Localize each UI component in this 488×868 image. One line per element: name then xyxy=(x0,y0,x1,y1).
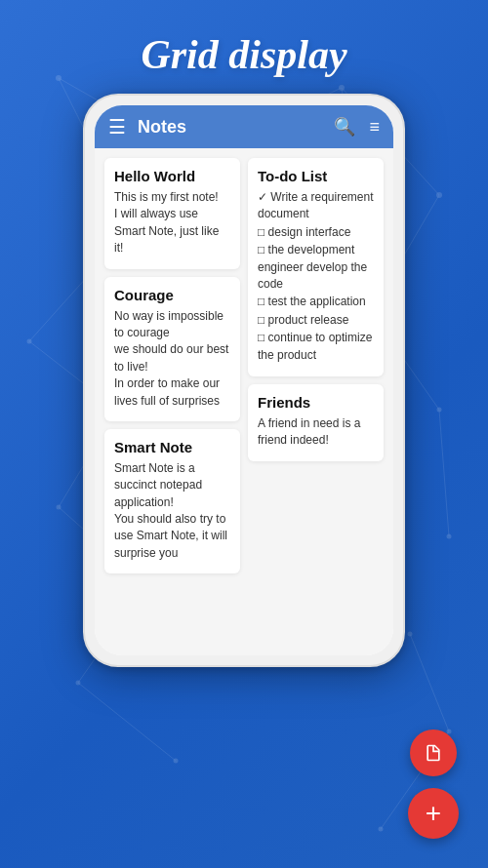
svg-line-13 xyxy=(410,634,449,731)
svg-point-34 xyxy=(379,827,384,832)
note-card-courage[interactable]: Courage No way is impossible to couragew… xyxy=(104,277,240,421)
todo-item: □ continue to optimize the product xyxy=(258,330,374,364)
phone-screen: ☰ Notes 🔍 ≡ Hello World This is my first… xyxy=(95,105,393,655)
document-fab[interactable] xyxy=(410,730,457,776)
note-body: Smart Note is a succinct notepad applica… xyxy=(114,460,230,562)
todo-item: □ product release xyxy=(258,312,374,329)
search-icon[interactable]: 🔍 xyxy=(334,116,355,138)
hamburger-icon[interactable]: ☰ xyxy=(108,115,126,138)
todo-item: □ the development engineer develop the c… xyxy=(258,242,374,293)
todo-item: □ test the application xyxy=(258,294,374,310)
app-bar: ☰ Notes 🔍 ≡ xyxy=(95,105,393,148)
add-icon: + xyxy=(426,800,441,827)
note-title: To-do List xyxy=(258,168,374,184)
todo-item: □ design interface xyxy=(258,224,374,241)
todo-item: ✓ Write a requirement document xyxy=(258,189,374,223)
note-card-friends[interactable]: Friends A friend in need is a friend ind… xyxy=(248,384,384,461)
note-body: This is my first note!I will always use … xyxy=(114,189,230,257)
phone-mockup: ☰ Notes 🔍 ≡ Hello World This is my first… xyxy=(83,94,405,667)
note-card-smart-note[interactable]: Smart Note Smart Note is a succinct note… xyxy=(104,429,240,573)
app-bar-title: Notes xyxy=(138,117,186,138)
svg-point-25 xyxy=(447,534,452,539)
app-bar-left: ☰ Notes xyxy=(108,115,186,138)
notes-grid: Hello World This is my first note!I will… xyxy=(95,148,393,655)
svg-point-24 xyxy=(437,408,442,413)
note-card-todo-list[interactable]: To-do List ✓ Write a requirement documen… xyxy=(248,158,384,376)
fab-container: + xyxy=(408,730,459,839)
note-card-hello-world[interactable]: Hello World This is my first note!I will… xyxy=(104,158,240,269)
note-body: A friend in need is a friend indeed! xyxy=(258,415,374,450)
filter-icon[interactable]: ≡ xyxy=(369,117,380,138)
add-fab[interactable]: + xyxy=(408,788,459,839)
note-body: No way is impossible to couragewe should… xyxy=(114,308,230,410)
note-title: Friends xyxy=(258,394,374,411)
svg-line-7 xyxy=(439,410,449,536)
svg-point-28 xyxy=(57,505,61,510)
document-icon xyxy=(424,743,443,763)
svg-point-32 xyxy=(408,632,413,637)
note-title: Courage xyxy=(114,287,230,303)
note-body: ✓ Write a requirement document □ design … xyxy=(258,189,374,364)
note-title: Smart Note xyxy=(114,439,230,455)
svg-point-26 xyxy=(27,339,32,344)
svg-point-30 xyxy=(76,681,81,686)
svg-point-21 xyxy=(436,192,442,198)
note-title: Hello World xyxy=(114,168,230,184)
svg-line-12 xyxy=(78,683,176,761)
svg-point-31 xyxy=(174,759,179,764)
app-bar-right: 🔍 ≡ xyxy=(334,116,380,138)
page-title: Grid display xyxy=(0,0,488,94)
